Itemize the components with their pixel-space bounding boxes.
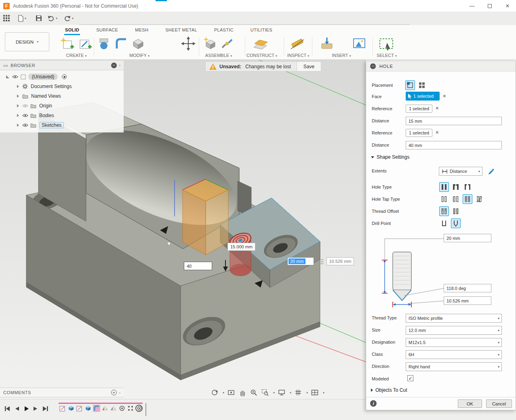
feature-sketch-2[interactable] bbox=[76, 405, 83, 412]
reference1-clear-icon[interactable]: × bbox=[436, 105, 439, 111]
thread-offset-partial-button[interactable] bbox=[439, 206, 449, 216]
tap-type-simple-button[interactable] bbox=[439, 194, 449, 204]
modeled-checkbox[interactable]: ✓ bbox=[407, 375, 413, 381]
app-grid-icon[interactable] bbox=[3, 15, 10, 22]
play-button[interactable] bbox=[23, 406, 29, 412]
group-assemble-label[interactable]: ASSEMBLE▾ bbox=[200, 53, 237, 58]
browser-root-row[interactable]: (Unsaved) bbox=[0, 72, 124, 82]
hole-type-counterbore-button[interactable] bbox=[451, 182, 461, 192]
group-select-label[interactable]: SELECT▾ bbox=[372, 53, 402, 58]
drill-point-flat-button[interactable] bbox=[439, 218, 449, 228]
activate-component-icon[interactable] bbox=[62, 74, 67, 79]
feature-mirror-2[interactable] bbox=[110, 405, 117, 412]
dim-input-20[interactable]: 20 mm bbox=[287, 257, 314, 265]
look-at-icon[interactable] bbox=[227, 388, 236, 397]
reference1-button[interactable]: 1 selected bbox=[406, 105, 432, 113]
reference2-button[interactable]: 1 selected bbox=[406, 129, 432, 137]
reference2-clear-icon[interactable]: × bbox=[436, 129, 439, 135]
item-label[interactable]: Origin bbox=[39, 103, 52, 109]
feature-extrude-2[interactable] bbox=[84, 405, 92, 412]
save-link[interactable]: Save bbox=[297, 62, 321, 71]
thread-offset-full-button[interactable] bbox=[451, 206, 461, 216]
dim-label-depth[interactable]: 15.000 mm bbox=[227, 243, 255, 251]
step-forward-button[interactable] bbox=[33, 406, 38, 412]
timeline-marker[interactable] bbox=[145, 403, 146, 416]
viewports-icon[interactable] bbox=[310, 388, 319, 397]
tap-type-clearance-button[interactable] bbox=[451, 194, 461, 204]
tab-surface[interactable]: SURFACE bbox=[95, 25, 119, 35]
feature-fillet[interactable] bbox=[93, 405, 100, 412]
new-component-icon[interactable] bbox=[203, 36, 217, 51]
placement-multiple-button[interactable] bbox=[417, 80, 427, 90]
zoom-icon[interactable] bbox=[249, 388, 258, 397]
browser-item-bodies[interactable]: Bodies bbox=[0, 111, 124, 120]
pan-icon[interactable] bbox=[238, 388, 247, 397]
root-expand-icon[interactable] bbox=[6, 75, 10, 79]
diagram-tip-input[interactable]: 10.526 mm bbox=[444, 296, 491, 305]
size-dropdown[interactable]: 12.0 mm▾ bbox=[406, 326, 502, 335]
visibility-eye-icon[interactable] bbox=[22, 113, 28, 118]
tap-type-tapped-button[interactable] bbox=[463, 194, 472, 204]
ok-button[interactable]: OK bbox=[458, 399, 482, 408]
comments-bar[interactable]: COMMENTS + ‹ bbox=[0, 388, 124, 397]
move-copy-icon[interactable] bbox=[181, 36, 196, 51]
root-label[interactable]: (Unsaved) bbox=[28, 74, 58, 80]
grid-snap-icon[interactable] bbox=[294, 388, 303, 397]
undo-button[interactable]: ▾ bbox=[48, 15, 57, 21]
shape-settings-section[interactable]: Shape Settings bbox=[371, 154, 409, 160]
construct-plane-icon[interactable] bbox=[252, 36, 268, 51]
tap-type-taper-tapped-button[interactable] bbox=[474, 194, 484, 204]
skip-to-end-button[interactable] bbox=[42, 406, 48, 412]
browser-minimize-icon[interactable]: − bbox=[111, 63, 117, 68]
create-feature-icon[interactable] bbox=[78, 36, 92, 51]
origin-handle[interactable] bbox=[167, 242, 171, 245]
dim-input-40[interactable]: 40 bbox=[184, 262, 212, 270]
file-menu-button[interactable]: ▾ bbox=[18, 15, 26, 22]
placement-single-button[interactable] bbox=[405, 80, 415, 90]
info-icon[interactable]: i bbox=[370, 400, 377, 407]
create-sketch-icon[interactable] bbox=[60, 36, 74, 51]
drill-point-angle-button[interactable] bbox=[451, 218, 461, 228]
tab-solid[interactable]: SOLID bbox=[64, 25, 80, 35]
display-settings-icon[interactable] bbox=[277, 388, 286, 397]
group-modify-label[interactable]: MODIFY▾ bbox=[121, 53, 158, 58]
design-workspace-button[interactable]: DESIGN▾ bbox=[5, 32, 49, 51]
close-button[interactable]: × bbox=[499, 0, 516, 12]
item-label[interactable]: Sketches bbox=[39, 122, 64, 128]
minimize-button[interactable]: — bbox=[464, 0, 480, 12]
select-tool-icon[interactable] bbox=[378, 37, 394, 51]
browser-item-document-settings[interactable]: Document Settings bbox=[0, 82, 124, 91]
feature-mirror-1[interactable] bbox=[101, 405, 109, 412]
press-pull-icon[interactable] bbox=[97, 36, 112, 51]
zoom-window-icon[interactable] bbox=[261, 388, 270, 397]
visibility-eye-icon[interactable] bbox=[22, 123, 28, 127]
expand-icon[interactable] bbox=[17, 85, 19, 88]
item-label[interactable]: Bodies bbox=[39, 113, 54, 118]
browser-resize-icon[interactable]: ‹ bbox=[119, 63, 120, 67]
drag-grip-icon[interactable] bbox=[320, 259, 324, 265]
group-construct-label[interactable]: CONSTRUCT▾ bbox=[242, 53, 281, 58]
browser-item-origin[interactable]: Origin bbox=[0, 101, 124, 111]
flip-direction-icon[interactable] bbox=[488, 167, 495, 174]
group-create-label[interactable]: CREATE▾ bbox=[59, 53, 94, 58]
browser-item-named-views[interactable]: Named Views bbox=[0, 91, 124, 101]
add-comment-icon[interactable]: + bbox=[111, 390, 117, 395]
face-selected-button[interactable]: 1 selected bbox=[406, 92, 440, 101]
dialog-minimize-icon[interactable]: − bbox=[370, 63, 376, 69]
feature-hole-1[interactable] bbox=[118, 405, 126, 412]
objects-to-cut-section[interactable]: Objects To Cut bbox=[371, 387, 407, 393]
skip-to-start-button[interactable] bbox=[4, 406, 11, 412]
fillet-icon[interactable] bbox=[114, 36, 128, 51]
item-label[interactable]: Document Settings bbox=[31, 84, 72, 89]
distance2-input[interactable]: 40 mm bbox=[406, 141, 502, 149]
distance1-input[interactable]: 15 mm bbox=[406, 117, 502, 125]
measure-icon[interactable] bbox=[289, 36, 305, 51]
designation-dropdown[interactable]: M12x1.5▾ bbox=[406, 338, 502, 347]
expand-icon[interactable] bbox=[17, 124, 19, 127]
direction-dropdown[interactable]: Right hand▾ bbox=[406, 362, 502, 371]
diagram-depth-input[interactable]: 20 mm bbox=[444, 234, 491, 242]
expand-icon[interactable] bbox=[17, 104, 19, 107]
class-dropdown[interactable]: 6H▾ bbox=[406, 350, 502, 359]
tab-sheet-metal[interactable]: SHEET METAL bbox=[164, 25, 198, 35]
timeline-track[interactable] bbox=[59, 403, 143, 404]
